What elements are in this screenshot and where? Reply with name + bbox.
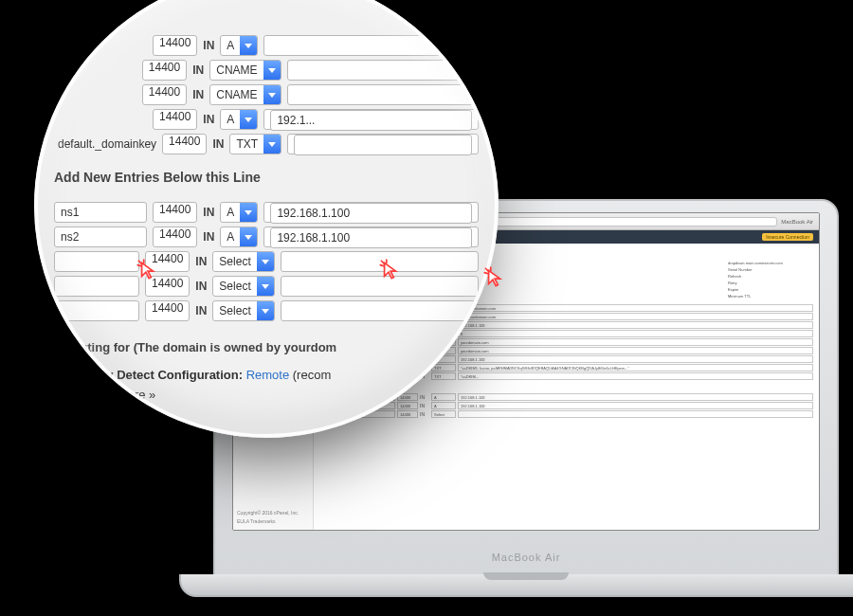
routing-title: Routing for (The domain is owned by your…	[34, 323, 499, 364]
ttl-input[interactable]: 14400	[153, 226, 197, 247]
chevron-down-icon	[257, 252, 274, 271]
record-type-select[interactable]: A	[220, 35, 258, 56]
ttl-input[interactable]: 14400	[145, 276, 190, 297]
more-link-1: anger more »	[34, 384, 499, 404]
record-type-select[interactable]: A	[220, 109, 258, 130]
ttl-input[interactable]: 14400	[153, 109, 197, 130]
record-value[interactable]: "v=DKIM1; k=rsa; p=MIGfMA0GCSqGSIb3DQEBA…	[458, 364, 813, 371]
record-class: IN	[203, 113, 214, 126]
remote-link[interactable]: Remote	[246, 368, 290, 382]
record-type-select[interactable]: TXT	[229, 134, 281, 154]
record-value[interactable]	[458, 410, 813, 418]
text-input[interactable]	[54, 202, 147, 223]
chevron-down-icon	[257, 277, 274, 296]
laptop-notch	[483, 572, 569, 580]
dns-new-row: 14400 IN Select	[34, 299, 499, 323]
record-class: IN	[192, 88, 204, 101]
record-class: IN	[212, 137, 224, 151]
soa-field: Retry	[728, 281, 813, 285]
record-class: IN	[203, 39, 214, 52]
dns-record-row: 14400 IN A	[34, 33, 499, 58]
chevron-down-icon	[240, 36, 257, 55]
ttl-input[interactable]: 14400	[142, 84, 187, 105]
record-class: IN	[195, 255, 207, 268]
ttl-input[interactable]: 14400	[162, 134, 207, 154]
text-input[interactable]	[54, 251, 139, 272]
dns-record-row: 14400 IN CNAME	[34, 58, 499, 82]
record-value[interactable]: 192.168.1.100	[458, 355, 813, 363]
record-value[interactable]: 192.168.1.100	[458, 393, 813, 401]
chevron-down-icon	[240, 110, 257, 129]
soa-field: Refresh	[728, 274, 813, 279]
record-value[interactable]: 192.168.1.100	[458, 321, 813, 329]
dns-new-row: 14400 IN A	[34, 225, 499, 249]
record-value[interactable]: 0	[458, 330, 813, 337]
dns-new-row: 14400 IN Select	[34, 274, 499, 299]
text-input[interactable]	[54, 276, 139, 297]
record-value[interactable]: yourdomain.com	[458, 338, 813, 346]
soa-nameserver-box[interactable]: dropdown.main.someserver.com	[728, 261, 813, 265]
soa-field: Serial Number	[728, 267, 813, 272]
soa-field: Expire	[728, 287, 813, 292]
dns-new-row: 14400 IN Select	[34, 249, 499, 274]
section-title: Add New Entries Below this Line	[34, 156, 499, 194]
ttl-input[interactable]: 14400	[145, 251, 190, 272]
more-link-2: r more »	[34, 404, 499, 424]
browser-title: MacBook Air	[781, 213, 813, 230]
text-input[interactable]	[270, 227, 472, 248]
text-input[interactable]	[54, 226, 147, 247]
chevron-down-icon	[263, 85, 281, 104]
magnifier: 14400 IN A 14400 IN CNAME 14400 IN CNAME…	[34, 0, 499, 438]
ttl-input[interactable]: 14400	[153, 202, 197, 223]
record-class: IN	[195, 280, 207, 293]
ttl-input[interactable]: 14400	[153, 35, 197, 56]
dns-new-row: 14400 IN A	[34, 200, 499, 225]
record-class: IN	[203, 230, 214, 244]
laptop-brand: MacBook Air	[213, 552, 839, 563]
record-class: IN	[203, 206, 214, 219]
ttl-input[interactable]: 14400	[142, 60, 187, 81]
record-class: IN	[195, 304, 207, 317]
text-input[interactable]	[270, 203, 472, 224]
record-type-select[interactable]: Select	[212, 251, 274, 272]
text-input[interactable]	[54, 300, 139, 321]
chevron-down-icon	[240, 227, 257, 246]
dns-record-row: 14400 IN A	[34, 107, 499, 132]
record-value[interactable]: "v=DKIM...	[458, 372, 813, 380]
chevron-down-icon	[240, 203, 257, 222]
record-type-select[interactable]: Select	[212, 276, 274, 297]
record-type-select[interactable]: CNAME	[209, 60, 281, 81]
sidebar-copyright: Copyright© 2016 cPanel, Inc.	[237, 510, 309, 516]
text-input[interactable]	[270, 110, 472, 131]
chevron-down-icon	[263, 135, 281, 154]
record-class: IN	[192, 63, 204, 77]
sidebar-legal: EULA Trademarks	[237, 518, 309, 524]
text-input[interactable]	[294, 135, 472, 155]
record-name: default._domainkey	[54, 137, 156, 151]
record-type-select[interactable]: CNAME	[209, 84, 281, 105]
record-value[interactable]: yourdomain.com	[458, 347, 813, 354]
detect-config-line: ically Detect Configuration: Remote (rec…	[34, 364, 499, 384]
record-value[interactable]: 192.168.1.100	[458, 402, 813, 409]
chevron-down-icon	[263, 61, 281, 80]
record-value[interactable]: ns1.yourdomain.com	[458, 304, 813, 312]
dns-record-row: 14400 IN CNAME	[34, 82, 499, 107]
soa-field: Minimum TTL	[728, 294, 813, 299]
chevron-down-icon	[257, 301, 274, 320]
laptop-base	[179, 574, 853, 597]
record-value[interactable]: ns2.yourdomain.com	[458, 313, 813, 320]
insecure-badge[interactable]: Insecure Connection	[762, 233, 813, 241]
record-type-select[interactable]: A	[220, 226, 258, 247]
record-type-select[interactable]: Select	[212, 300, 274, 321]
ttl-input[interactable]: 14400	[145, 300, 190, 321]
record-type-select[interactable]: A	[220, 202, 258, 223]
dns-record-row: default._domainkey 14400 IN TXT	[34, 132, 499, 156]
